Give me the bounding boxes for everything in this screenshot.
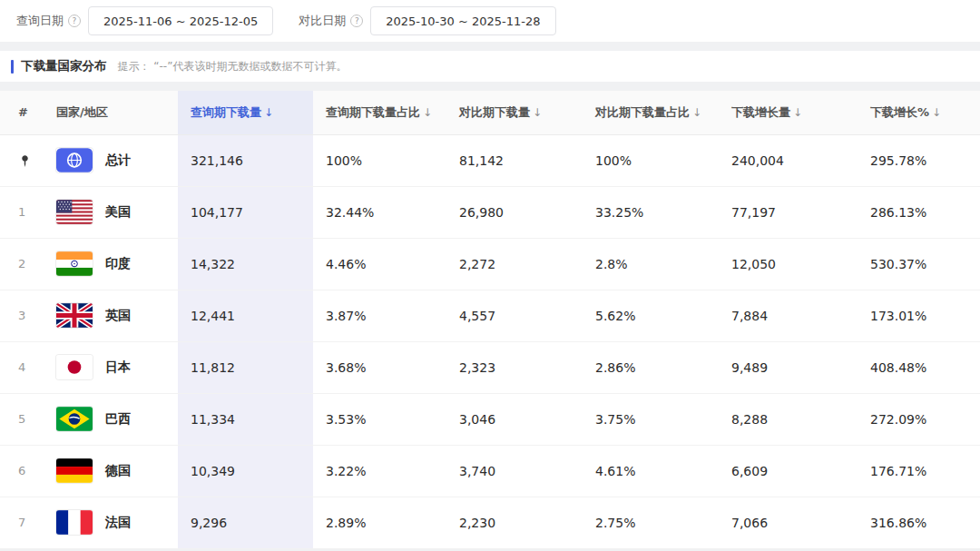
table-row: 7法国9,2962.89%2,2302.75%7,066316.86%	[0, 497, 980, 548]
sort-desc-icon: ↓	[423, 106, 432, 119]
country-cell: 巴西	[44, 393, 178, 445]
column-header-query-share[interactable]: 查询期下载量占比↓	[313, 91, 446, 134]
us-flag-icon	[56, 200, 93, 224]
rank-cell: 6	[0, 445, 44, 497]
sort-desc-icon: ↓	[264, 106, 273, 119]
gb-flag-icon	[56, 303, 93, 328]
query-downloads-cell: 14,322	[178, 238, 313, 290]
compare-date-help-icon[interactable]: ?	[350, 15, 363, 27]
query-downloads-cell: 12,441	[178, 290, 313, 341]
compare-share-cell: 100%	[583, 134, 719, 186]
compare-downloads-cell: 4,557	[446, 290, 583, 341]
header-row: #国家/地区查询期下载量↓查询期下载量占比↓对比期下载量↓对比期下载量占比↓下载…	[0, 91, 980, 134]
growth-pct-cell: 295.78%	[858, 134, 980, 186]
section-accent-bar	[11, 60, 14, 74]
de-flag-icon	[56, 458, 93, 483]
rank-cell: 2	[0, 238, 44, 290]
query-downloads-cell: 10,349	[178, 445, 313, 497]
br-flag-icon	[56, 407, 93, 431]
query-share-cell: 3.22%	[313, 445, 446, 497]
country-cell: 印度	[44, 238, 178, 290]
country-cell: 法国	[44, 497, 178, 548]
column-header-label: 下载增长量	[731, 105, 790, 119]
country-name: 印度	[105, 256, 131, 272]
country-downloads-table: #国家/地区查询期下载量↓查询期下载量占比↓对比期下载量↓对比期下载量占比↓下载…	[0, 91, 980, 549]
growth-cell: 240,004	[719, 134, 858, 186]
jp-flag-icon	[56, 355, 93, 379]
column-header-country: 国家/地区	[44, 91, 178, 134]
country-name: 日本	[105, 359, 131, 376]
pushpin-icon	[18, 154, 32, 168]
fr-flag-icon	[56, 510, 93, 535]
column-header-compare-downloads[interactable]: 对比期下载量↓	[446, 91, 583, 134]
country-cell: 总计	[44, 134, 178, 186]
section-title: 下载量国家分布	[21, 58, 107, 74]
country-name: 英国	[105, 308, 131, 324]
sort-desc-icon: ↓	[533, 106, 542, 119]
query-date-range-input[interactable]: 2025-11-06 ~ 2025-12-05	[88, 6, 273, 35]
query-share-cell: 100%	[313, 134, 446, 186]
column-header-query-downloads[interactable]: 查询期下载量↓	[178, 91, 313, 134]
table-row: 3英国12,4413.87%4,5575.62%7,884173.01%	[0, 290, 980, 341]
column-header-growth[interactable]: 下载增长量↓	[719, 91, 858, 134]
query-date-label: 查询日期	[16, 13, 64, 29]
query-downloads-cell: 11,334	[178, 393, 313, 445]
query-downloads-cell: 11,812	[178, 341, 313, 393]
query-share-cell: 2.89%	[313, 497, 446, 548]
country-name: 美国	[105, 204, 131, 221]
compare-date-label: 对比日期	[299, 13, 346, 29]
column-header-label: 查询期下载量占比	[326, 105, 420, 119]
country-name: 总计	[105, 153, 131, 169]
column-header-label: 国家/地区	[56, 105, 108, 119]
pinned-rank-cell	[0, 134, 44, 186]
in-flag-icon	[56, 251, 93, 276]
table-row: 5巴西11,3343.53%3,0463.75%8,288272.09%	[0, 393, 980, 445]
rank-cell: 1	[0, 186, 44, 238]
query-downloads-cell: 104,177	[178, 186, 313, 238]
growth-pct-cell: 530.37%	[858, 238, 980, 290]
query-downloads-cell: 321,146	[178, 134, 313, 186]
compare-date-range-input[interactable]: 2025-10-30 ~ 2025-11-28	[370, 6, 555, 35]
compare-share-cell: 2.75%	[583, 497, 719, 548]
table-row: 1美国104,17732.44%26,98033.25%77,197286.13…	[0, 186, 980, 238]
query-share-cell: 32.44%	[313, 186, 446, 238]
table-row: 4日本11,8123.68%2,3232.86%9,489408.48%	[0, 341, 980, 393]
compare-date-filter: 对比日期 ? 2025-10-30 ~ 2025-11-28	[299, 6, 555, 35]
query-downloads-cell: 9,296	[178, 497, 313, 548]
compare-downloads-cell: 3,740	[446, 445, 583, 497]
section-header: 下载量国家分布 提示： “--”代表该时期无数据或数据不可计算。	[0, 51, 980, 82]
table-body: 总计321,146100%81,142100%240,004295.78%1美国…	[0, 134, 980, 548]
query-date-filter: 查询日期 ? 2025-11-06 ~ 2025-12-05	[16, 6, 273, 35]
query-share-cell: 4.46%	[313, 238, 446, 290]
query-share-cell: 3.87%	[313, 290, 446, 341]
country-name: 德国	[105, 463, 131, 479]
sort-desc-icon: ↓	[932, 106, 941, 119]
table-row: 6德国10,3493.22%3,7404.61%6,609176.71%	[0, 445, 980, 497]
country-cell: 日本	[44, 341, 178, 393]
rank-cell: 5	[0, 393, 44, 445]
compare-share-cell: 33.25%	[583, 186, 719, 238]
country-cell: 德国	[44, 445, 178, 497]
compare-downloads-cell: 2,230	[446, 497, 583, 548]
compare-share-cell: 2.8%	[583, 238, 719, 290]
sort-desc-icon: ↓	[692, 106, 701, 119]
column-header-label: 对比期下载量	[459, 105, 530, 119]
growth-pct-cell: 286.13%	[858, 186, 980, 238]
growth-cell: 12,050	[719, 238, 858, 290]
column-header-growth-pct[interactable]: 下载增长%↓	[858, 91, 980, 134]
growth-pct-cell: 408.48%	[858, 341, 980, 393]
compare-downloads-cell: 26,980	[446, 186, 583, 238]
growth-cell: 8,288	[719, 393, 858, 445]
growth-pct-cell: 173.01%	[858, 290, 980, 341]
growth-cell: 7,884	[719, 290, 858, 341]
compare-share-cell: 4.61%	[583, 445, 719, 497]
sort-desc-icon: ↓	[793, 106, 802, 119]
compare-share-cell: 5.62%	[583, 290, 719, 341]
query-date-help-icon[interactable]: ?	[68, 15, 81, 27]
growth-cell: 77,197	[719, 186, 858, 238]
column-header-label: 对比期下载量占比	[595, 105, 690, 119]
growth-cell: 7,066	[719, 497, 858, 548]
column-header-compare-share[interactable]: 对比期下载量占比↓	[583, 91, 719, 134]
growth-cell: 9,489	[719, 341, 858, 393]
query-share-cell: 3.53%	[313, 393, 446, 445]
